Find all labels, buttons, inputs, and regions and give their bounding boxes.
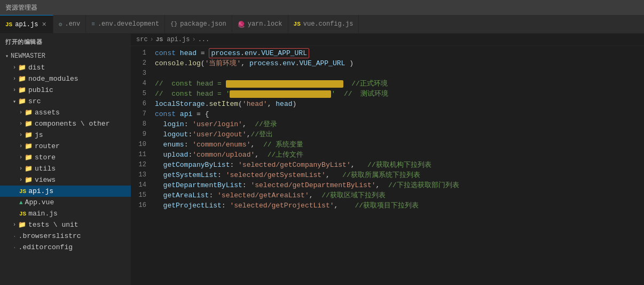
- tab-label: .env.development: [98, 20, 159, 28]
- sidebar-item-label: dist: [28, 64, 45, 72]
- arrow-icon: ›: [13, 76, 16, 82]
- code-editor[interactable]: 1 const head = process.env.VUE_APP_URL 2…: [131, 46, 644, 285]
- code-line-12: 12 getCompanyByList: 'selected/getCompan…: [131, 160, 644, 170]
- sidebar-item-tests-unit[interactable]: › 📁 tests \ unit: [0, 219, 131, 230]
- sidebar-item-label: App.vue: [25, 198, 54, 206]
- sidebar-item-label: node_modules: [28, 75, 78, 83]
- code-line-11: 11 upload:'common/upload', //上传文件: [131, 150, 644, 160]
- arrow-icon: ›: [19, 166, 22, 172]
- code-line-6: 6 localStorage.setItem('head', head): [131, 99, 644, 109]
- line-num-12: 12: [131, 160, 155, 170]
- line-num-13: 13: [131, 170, 155, 180]
- line-content-10: enums: 'common/enums', // 系统变量: [155, 140, 644, 150]
- js-icon: JS: [294, 21, 301, 27]
- sidebar-item-js[interactable]: › 📁 js: [0, 129, 131, 141]
- tab-vue-config[interactable]: JS vue.config.js: [288, 15, 359, 33]
- sidebar-item-api-js[interactable]: JS api.js: [0, 186, 131, 197]
- arrow-icon: ›: [19, 177, 22, 183]
- arrow-icon: ▾: [5, 53, 9, 59]
- braces-icon: {}: [170, 21, 177, 27]
- folder-icon: 📁: [18, 64, 26, 72]
- sidebar-item-assets[interactable]: › 📁 assets: [0, 107, 131, 118]
- sidebar-item-public[interactable]: › 📁 public: [0, 84, 131, 96]
- folder-icon: 📁: [25, 142, 33, 150]
- arrow-icon: ›: [19, 110, 22, 115]
- js-file-icon: JS: [19, 211, 26, 217]
- tab-env-dev[interactable]: ≡ .env.development: [86, 15, 165, 33]
- line-num-7: 7: [131, 109, 155, 119]
- sidebar-item-label: public: [28, 86, 53, 94]
- line-content-14: getDepartmentByList: 'selected/getDepart…: [155, 180, 644, 190]
- tab-api-js[interactable]: JS api.js ×: [0, 15, 53, 33]
- code-line-5: 5 // const head = ' ' // 测试环境: [131, 89, 644, 99]
- js-icon: JS: [5, 21, 12, 28]
- folder-icon: 📁: [18, 97, 26, 105]
- sidebar: 打开的编辑器 ▾ NEWMASTER › 📁 dist › 📁 node_mod…: [0, 34, 131, 285]
- sidebar-item-store[interactable]: › 📁 store: [0, 152, 131, 163]
- folder-icon: 📁: [25, 176, 33, 184]
- breadcrumb: src › JS api.js › ...: [131, 34, 644, 46]
- arrow-icon: ›: [13, 65, 16, 71]
- sidebar-item-label: src: [28, 97, 41, 105]
- rc-file-icon: ·: [13, 233, 17, 240]
- gear-icon: ⚙: [59, 21, 62, 28]
- line-content-11: upload:'common/upload', //上传文件: [155, 150, 644, 160]
- file-icon: ≡: [91, 21, 95, 27]
- sidebar-item-src[interactable]: ▾ 📁 src: [0, 96, 131, 107]
- line-num-4: 4: [131, 79, 155, 89]
- line-num-2: 2: [131, 58, 155, 68]
- yarn-icon: 🧶: [238, 21, 245, 28]
- sidebar-item-label: .editorconfig: [19, 243, 73, 251]
- sidebar-item-node-modules[interactable]: › 📁 node_modules: [0, 73, 131, 84]
- sidebar-header: 打开的编辑器: [0, 34, 131, 50]
- breadcrumb-src: src: [136, 36, 148, 43]
- line-num-5: 5: [131, 89, 155, 99]
- tab-label: api.js: [15, 21, 38, 28]
- sidebar-root-label: NEWMASTER: [11, 52, 45, 60]
- sidebar-item-editorconfig[interactable]: · .editorconfig: [0, 242, 131, 253]
- line-num-1: 1: [131, 48, 155, 58]
- tab-package-json[interactable]: {} package.json: [165, 15, 232, 33]
- code-line-7: 7 const api = {: [131, 109, 644, 119]
- line-content-12: getCompanyByList: 'selected/getCompanyBy…: [155, 160, 644, 170]
- tab-label: yarn.lock: [248, 20, 282, 28]
- sidebar-item-views[interactable]: › 📁 views: [0, 174, 131, 186]
- folder-icon: 📁: [25, 165, 33, 173]
- sidebar-item-label: tests \ unit: [28, 221, 78, 229]
- line-content-1: const head = process.env.VUE_APP_URL: [155, 48, 644, 58]
- code-line-3: 3: [131, 68, 644, 79]
- tab-yarn-lock[interactable]: 🧶 yarn.lock: [232, 15, 288, 33]
- sidebar-item-router[interactable]: › 📁 router: [0, 141, 131, 152]
- line-content-3: [155, 68, 644, 79]
- breadcrumb-sep1: ›: [150, 36, 154, 43]
- folder-icon: 📁: [25, 120, 33, 128]
- line-content-2: console.log('当前环境', process.env.VUE_APP_…: [155, 58, 644, 68]
- sidebar-root[interactable]: ▾ NEWMASTER: [0, 50, 131, 62]
- rc-file-icon: ·: [13, 244, 17, 251]
- sidebar-item-main-js[interactable]: JS main.js: [0, 208, 131, 219]
- sidebar-item-dist[interactable]: › 📁 dist: [0, 62, 131, 73]
- line-content-4: // const head = //正式环境: [155, 79, 644, 89]
- editor-area: src › JS api.js › ... 1 const head = pro…: [131, 34, 644, 285]
- sidebar-item-label: utils: [35, 165, 56, 173]
- arrow-icon: ›: [13, 222, 16, 228]
- sidebar-item-label: .browserslistrc: [19, 232, 81, 240]
- folder-icon: 📁: [18, 86, 26, 94]
- code-line-8: 8 login: 'user/login', //登录: [131, 119, 644, 129]
- main-layout: 打开的编辑器 ▾ NEWMASTER › 📁 dist › 📁 node_mod…: [0, 34, 644, 285]
- code-line-14: 14 getDepartmentByList: 'selected/getDep…: [131, 180, 644, 190]
- folder-icon: 📁: [18, 75, 26, 83]
- sidebar-item-components-other[interactable]: › 📁 components \ other: [0, 118, 131, 129]
- tab-close-icon[interactable]: ×: [41, 20, 47, 29]
- sidebar-item-utils[interactable]: › 📁 utils: [0, 163, 131, 174]
- sidebar-item-app-vue[interactable]: ▲ App.vue: [0, 197, 131, 208]
- tab-env[interactable]: ⚙ .env: [53, 15, 86, 33]
- arrow-icon: ›: [13, 87, 16, 93]
- folder-icon: 📁: [18, 221, 26, 229]
- title-bar: 资源管理器: [0, 0, 644, 15]
- sidebar-item-browserslistrc[interactable]: · .browserslistrc: [0, 230, 131, 242]
- folder-icon: 📁: [25, 109, 33, 117]
- code-line-9: 9 logout:'user/logout',//登出: [131, 129, 644, 140]
- breadcrumb-ellipsis: ...: [198, 36, 210, 43]
- arrow-icon: ›: [19, 121, 22, 127]
